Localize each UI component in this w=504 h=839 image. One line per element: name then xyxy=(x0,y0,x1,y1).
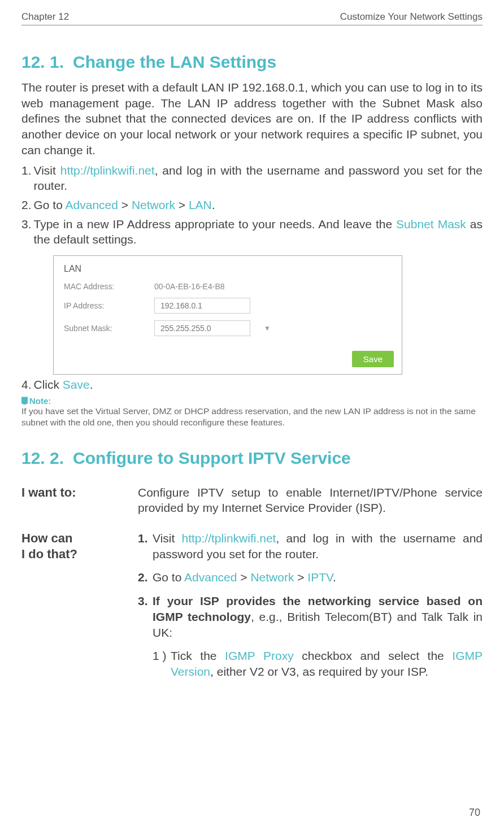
step-1: 1. Visit http://tplinkwifi.net, and log … xyxy=(21,163,483,194)
iptv-step-1: 1. Visit http://tplinkwifi.net, and log … xyxy=(138,531,483,562)
tplink-link[interactable]: http://tplinkwifi.net xyxy=(60,164,155,177)
step-2: 2. Go to Advanced > Network > LAN. xyxy=(21,197,483,213)
section-title: Change the LAN Settings xyxy=(73,53,276,71)
lan-settings-figure: LAN MAC Address: 00-0A-EB-16-E4-B8 IP Ad… xyxy=(53,255,402,375)
section-12-1-heading: 12. 1.Change the LAN Settings xyxy=(21,53,483,72)
iptv-step-3: 3. If your ISP provides the networking s… xyxy=(138,593,483,640)
ip-address-input[interactable] xyxy=(154,298,250,314)
ip-label: IP Address: xyxy=(64,301,154,310)
mac-label: MAC Address: xyxy=(64,282,154,291)
subnet-mask-input[interactable] xyxy=(154,320,250,336)
figure-title: LAN xyxy=(64,264,392,274)
step-4: 4. Click Save. xyxy=(21,377,483,393)
igmp-proxy-ref: IGMP Proxy xyxy=(225,649,294,662)
how-can-i-block: How can I do that? 1. Visit http://tplin… xyxy=(21,531,483,685)
step-3: 3. Type in a new IP Address appropriate … xyxy=(21,216,483,247)
chevron-down-icon[interactable]: ▼ xyxy=(264,324,271,332)
section-number-2: 12. 2. xyxy=(21,449,64,467)
page-number: 70 xyxy=(469,807,480,819)
ip-address-row: IP Address: xyxy=(64,298,392,314)
section1-intro: The router is preset with a default LAN … xyxy=(21,80,483,158)
how-can-i-label: How can I do that? xyxy=(21,531,115,685)
nav-lan: LAN xyxy=(189,198,212,211)
nav-network: Network xyxy=(132,198,175,211)
i-want-to-label: I want to: xyxy=(21,485,115,520)
nav-advanced-2: Advanced xyxy=(184,571,237,584)
section1-steps: 1. Visit http://tplinkwifi.net, and log … xyxy=(21,163,483,248)
subnet-mask-ref: Subnet Mask xyxy=(396,218,466,231)
note-text: If you have set the Virtual Server, DMZ … xyxy=(21,406,483,428)
iptv-step-2: 2. Go to Advanced > Network > IPTV. xyxy=(138,570,483,585)
page-header: Chapter 12 Customize Your Network Settin… xyxy=(21,11,483,25)
i-want-to-block: I want to: Configure IPTV setup to enabl… xyxy=(21,485,483,520)
bookmark-icon xyxy=(21,397,28,405)
section-title-2: Configure to Support IPTV Service xyxy=(73,449,351,467)
save-button[interactable]: Save xyxy=(352,351,394,367)
header-right: Customize Your Network Settings xyxy=(340,11,483,23)
subnet-label: Subnet Mask: xyxy=(64,324,154,333)
note-label: Note: xyxy=(21,396,483,406)
mac-address-row: MAC Address: 00-0A-EB-16-E4-B8 xyxy=(64,282,392,291)
iptv-substep-1: 1 ) Tick the IGMP Proxy checkbox and sel… xyxy=(153,648,483,679)
section-12-2-heading: 12. 2.Configure to Support IPTV Service xyxy=(21,449,483,468)
section-number: 12. 1. xyxy=(21,53,64,71)
nav-iptv: IPTV xyxy=(307,571,333,584)
chapter-label: Chapter 12 xyxy=(21,11,69,23)
tplink-link-2[interactable]: http://tplinkwifi.net xyxy=(182,532,276,545)
nav-network-2: Network xyxy=(250,571,294,584)
subnet-mask-select[interactable]: ▼ xyxy=(154,320,271,336)
nav-advanced: Advanced xyxy=(66,198,118,211)
subnet-mask-row: Subnet Mask: ▼ xyxy=(64,320,392,336)
mac-value: 00-0A-EB-16-E4-B8 xyxy=(154,282,225,291)
save-ref: Save xyxy=(63,378,90,391)
i-want-to-text: Configure IPTV setup to enable Internet/… xyxy=(138,485,483,516)
